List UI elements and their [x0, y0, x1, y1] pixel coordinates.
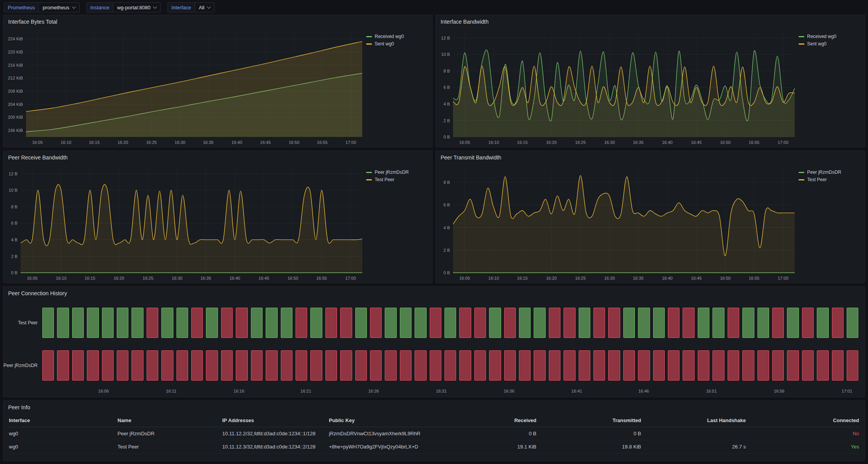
state-cell-disconnected	[221, 350, 233, 381]
timeline-tick-label: 16:16	[233, 389, 244, 393]
legend-item[interactable]: Sent wg0	[799, 41, 861, 47]
state-cell-disconnected	[236, 350, 247, 381]
state-cell-disconnected	[310, 350, 322, 381]
state-cell-disconnected	[355, 350, 367, 381]
panel-title-interface-bandwidth[interactable]: Interface Bandwidth	[436, 15, 865, 28]
legend-item[interactable]: Sent wg0	[366, 41, 429, 47]
state-cell-connected	[251, 308, 263, 338]
cell-public-key: jRzmDsDRVnwCt13vsyamXherk9L9RhR	[329, 431, 443, 436]
var-label-interface: Interface	[168, 2, 195, 12]
state-cell-disconnected	[534, 350, 545, 381]
var-label-instance: Instance	[86, 2, 113, 12]
table-header-row: Interface Name IP Addresses Public Key R…	[9, 414, 859, 427]
legend-item[interactable]: Peer jRzmDsDR	[366, 170, 429, 175]
series-color-swatch	[799, 43, 804, 45]
cell-ip-addresses: 10.11.12.3/32,fdfd:d3ad:c0de:1234::2/128	[222, 444, 329, 450]
timeline-tick-label: 17:01	[842, 389, 852, 393]
state-cell-disconnected	[683, 350, 694, 381]
var-select-interface[interactable]: All	[195, 2, 214, 12]
state-cell-connected	[787, 308, 799, 338]
col-header-last-handshake[interactable]: Last Handshake	[641, 417, 746, 423]
svg-text:16:50: 16:50	[720, 140, 731, 145]
peer-receive-bandwidth-chart[interactable]: 16:0516:1016:1516:2016:2516:3016:3516:40…	[3, 164, 366, 283]
state-timeline[interactable]: Test PeerPeer jRzmDsDR	[3, 300, 865, 387]
cell-connected: No	[746, 431, 859, 436]
panel-peer-connection-history: Peer Connection History Test PeerPeer jR…	[3, 286, 865, 397]
panel-interface-bandwidth: Interface Bandwidth 16:0516:1016:1516:20…	[436, 15, 865, 147]
panel-title-peer-transmit-bandwidth[interactable]: Peer Transmit Bandwidth	[436, 151, 865, 164]
legend-item[interactable]: Peer jRzmDsDR	[799, 170, 861, 175]
cell-interface: wg0	[9, 431, 118, 436]
state-cell-disconnected	[87, 350, 99, 381]
var-select-instance[interactable]: wg-portal:8080	[113, 2, 161, 12]
chart-svg: 16:0516:1016:1516:2016:2516:3016:3516:40…	[3, 164, 366, 283]
state-cell-connected	[266, 308, 277, 338]
legend-item[interactable]: Received wg0	[799, 34, 861, 39]
state-cell-disconnected	[430, 308, 441, 338]
svg-text:16:30: 16:30	[604, 276, 615, 280]
timeline-tick-label: 16:46	[638, 389, 649, 393]
state-cell-disconnected	[236, 308, 247, 338]
col-header-ip-addresses[interactable]: IP Addresses	[222, 417, 329, 423]
panel-title-interface-bytes-total[interactable]: Interface Bytes Total	[3, 15, 432, 28]
cell-ip-addresses: 10.11.12.2/32,fdfd:d3ad:c0de:1234::1/128	[222, 431, 329, 436]
state-cell-disconnected	[593, 308, 605, 338]
state-cell-disconnected	[147, 308, 158, 338]
col-header-transmitted[interactable]: Transmitted	[536, 417, 641, 423]
panel-body: 16:0516:1016:1516:2016:2516:3016:3516:40…	[3, 164, 432, 283]
timeline-tick-label: 16:51	[706, 389, 717, 393]
timeline-tick-label: 16:26	[368, 389, 379, 393]
legend-item[interactable]: Test Peer	[799, 177, 861, 182]
state-cell-connected	[698, 308, 709, 338]
series-color-swatch	[366, 36, 372, 37]
cell-transmitted: 0 B	[536, 431, 641, 436]
panel-title-peer-receive-bandwidth[interactable]: Peer Receive Bandwidth	[3, 151, 432, 164]
svg-text:16:45: 16:45	[691, 276, 702, 280]
col-header-name[interactable]: Name	[118, 417, 222, 423]
svg-text:16:55: 16:55	[316, 276, 327, 280]
svg-text:4 B: 4 B	[11, 237, 17, 242]
panel-peer-transmit-bandwidth: Peer Transmit Bandwidth 16:0516:1016:151…	[436, 151, 865, 283]
svg-text:16:55: 16:55	[317, 140, 328, 145]
peer-transmit-bandwidth-chart[interactable]: 16:0516:1016:1516:2016:2516:3016:3516:40…	[436, 164, 799, 283]
panel-peer-info: Peer Info Interface Name IP Addresses Pu…	[3, 400, 865, 461]
state-cell-connected	[102, 308, 114, 338]
interface-bytes-total-chart[interactable]: 16:0516:1016:1516:2016:2516:3016:3516:40…	[3, 28, 366, 147]
state-cell-disconnected	[147, 350, 158, 381]
svg-text:6 B: 6 B	[443, 85, 450, 90]
state-cell-disconnected	[340, 308, 352, 338]
svg-text:2 B: 2 B	[443, 248, 450, 253]
legend-label: Test Peer	[375, 177, 394, 182]
cell-name: Test Peer	[118, 444, 222, 450]
series-color-swatch	[366, 179, 372, 180]
col-header-public-key[interactable]: Public Key	[329, 417, 443, 423]
legend-label: Received wg0	[807, 34, 836, 39]
state-cell-disconnected	[221, 308, 233, 338]
svg-text:8 B: 8 B	[11, 204, 17, 209]
state-cell-connected	[712, 308, 724, 338]
panel-title-peer-info[interactable]: Peer Info	[3, 401, 865, 414]
interface-bandwidth-chart[interactable]: 16:0516:1016:1516:2016:2516:3016:3516:40…	[436, 28, 799, 147]
col-header-interface[interactable]: Interface	[9, 417, 118, 423]
chart-svg: 16:0516:1016:1516:2016:2516:3016:3516:40…	[436, 164, 799, 283]
state-cell-disconnected	[370, 350, 382, 381]
state-cell-disconnected	[102, 350, 114, 381]
chart-svg: 16:0516:1016:1516:2016:2516:3016:3516:40…	[436, 28, 799, 147]
svg-text:16:35: 16:35	[633, 140, 644, 145]
panel-peer-receive-bandwidth: Peer Receive Bandwidth 16:0516:1016:1516…	[3, 151, 432, 283]
svg-text:17:00: 17:00	[345, 276, 356, 280]
state-cell-connected	[638, 308, 650, 338]
panel-title-peer-connection-history[interactable]: Peer Connection History	[3, 287, 865, 300]
chart-legend: Received wg0Sent wg0	[799, 28, 865, 147]
col-header-connected[interactable]: Connected	[746, 417, 859, 423]
state-cell-disconnected	[608, 308, 620, 338]
state-cell-disconnected	[787, 350, 799, 381]
var-select-prometheus[interactable]: prometheus	[39, 2, 80, 12]
col-header-received[interactable]: Received	[443, 417, 536, 423]
svg-text:16:05: 16:05	[459, 140, 470, 145]
legend-item[interactable]: Test Peer	[366, 177, 429, 182]
svg-text:16:10: 16:10	[56, 276, 67, 280]
legend-item[interactable]: Received wg0	[366, 34, 429, 39]
state-cell-disconnected	[206, 350, 218, 381]
cell-received: 19.1 KiB	[443, 444, 536, 450]
